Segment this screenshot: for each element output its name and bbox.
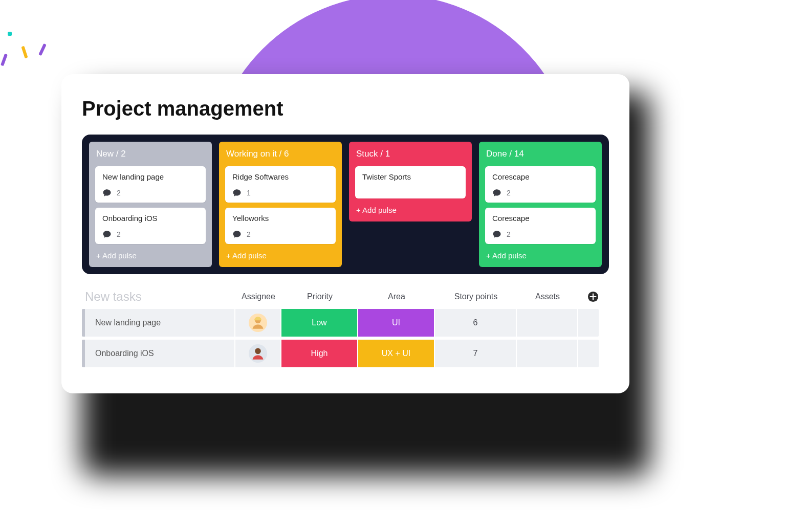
kanban-board: New / 2 New landing page 2 Onboarding iO… (82, 135, 609, 274)
comment-count: 2 (507, 189, 511, 197)
kanban-card[interactable]: Yelloworks 2 (225, 208, 336, 244)
add-pulse-button[interactable]: + Add pulse (355, 204, 466, 214)
add-column-button[interactable] (587, 291, 599, 302)
task-row[interactable]: Onboarding iOS High UX + UI 7 (82, 340, 609, 367)
task-name-cell[interactable]: New landing page (85, 309, 235, 337)
priority-cell[interactable]: Low (281, 309, 358, 337)
add-pulse-button[interactable]: + Add pulse (485, 249, 596, 260)
main-panel: Project management New / 2 New landing p… (61, 74, 629, 393)
points-cell[interactable]: 6 (435, 309, 517, 337)
column-header-working[interactable]: Working on it / 6 (225, 148, 336, 161)
task-row[interactable]: New landing page Low UI 6 (82, 309, 609, 337)
column-header-done[interactable]: Done / 14 (485, 148, 596, 161)
comment-icon (232, 188, 242, 197)
column-done: Done / 14 Corescape 2 Corescape 2 (479, 142, 602, 267)
comment-icon (492, 230, 501, 239)
card-title: Yelloworks (232, 214, 329, 223)
area-cell[interactable]: UX + UI (358, 340, 435, 367)
comment-count: 2 (507, 230, 511, 238)
col-header-assets[interactable]: Assets (517, 292, 578, 301)
svg-point-2 (255, 348, 261, 354)
comment-count: 1 (247, 189, 251, 197)
tasks-header-row: New tasks Assignee Priority Area Story p… (82, 290, 609, 309)
column-header-stuck[interactable]: Stuck / 1 (355, 148, 466, 161)
add-pulse-button[interactable]: + Add pulse (95, 249, 206, 260)
comment-icon (232, 230, 242, 239)
card-title: Corescape (492, 214, 588, 223)
card-title: Ridge Softwares (232, 172, 329, 181)
comment-count: 2 (117, 189, 121, 197)
kanban-card[interactable]: Twister Sports (355, 166, 466, 198)
tasks-section-title: New tasks (82, 290, 235, 304)
card-title: Onboarding iOS (102, 214, 199, 223)
task-name-cell[interactable]: Onboarding iOS (85, 340, 235, 367)
kanban-card[interactable]: Corescape 2 (485, 166, 596, 203)
tasks-section: New tasks Assignee Priority Area Story p… (82, 290, 609, 367)
kanban-card[interactable]: Corescape 2 (485, 208, 596, 244)
area-cell[interactable]: UI (358, 309, 435, 337)
column-stuck: Stuck / 1 Twister Sports + Add pulse (349, 142, 472, 221)
kanban-card[interactable]: Ridge Softwares 1 (225, 166, 336, 203)
priority-cell[interactable]: High (281, 340, 358, 367)
points-cell[interactable]: 7 (435, 340, 517, 367)
kanban-card[interactable]: New landing page 2 (95, 166, 206, 203)
col-header-points[interactable]: Story points (435, 292, 517, 301)
assets-cell[interactable] (517, 340, 578, 367)
card-title: Twister Sports (362, 172, 458, 181)
assignee-cell[interactable] (235, 340, 281, 367)
card-title: New landing page (102, 172, 199, 181)
comment-count: 2 (117, 230, 121, 238)
comment-count: 2 (247, 230, 251, 238)
avatar (249, 344, 267, 363)
row-tail-cell (578, 309, 599, 337)
add-pulse-button[interactable]: + Add pulse (225, 249, 336, 260)
row-tail-cell (578, 340, 599, 367)
col-header-assignee[interactable]: Assignee (235, 292, 281, 301)
comment-icon (102, 230, 112, 239)
col-header-priority[interactable]: Priority (281, 292, 358, 301)
kanban-card[interactable]: Onboarding iOS 2 (95, 208, 206, 244)
column-new: New / 2 New landing page 2 Onboarding iO… (89, 142, 212, 267)
avatar (249, 314, 267, 332)
comment-icon (102, 188, 112, 197)
col-header-area[interactable]: Area (358, 292, 435, 301)
comment-icon (492, 188, 501, 197)
column-header-new[interactable]: New / 2 (95, 148, 206, 161)
assets-cell[interactable] (517, 309, 578, 337)
column-working: Working on it / 6 Ridge Softwares 1 Yell… (219, 142, 342, 267)
card-title: Corescape (492, 172, 588, 181)
assignee-cell[interactable] (235, 309, 281, 337)
page-title: Project management (82, 97, 609, 120)
